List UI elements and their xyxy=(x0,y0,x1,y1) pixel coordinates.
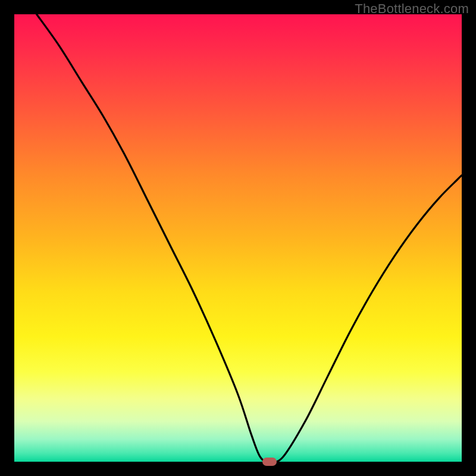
minimum-marker-icon xyxy=(262,458,277,466)
plot-area xyxy=(14,14,462,462)
chart-frame: TheBottleneck.com xyxy=(0,0,476,476)
bottleneck-curve xyxy=(14,14,462,462)
watermark-label: TheBottleneck.com xyxy=(355,1,469,17)
